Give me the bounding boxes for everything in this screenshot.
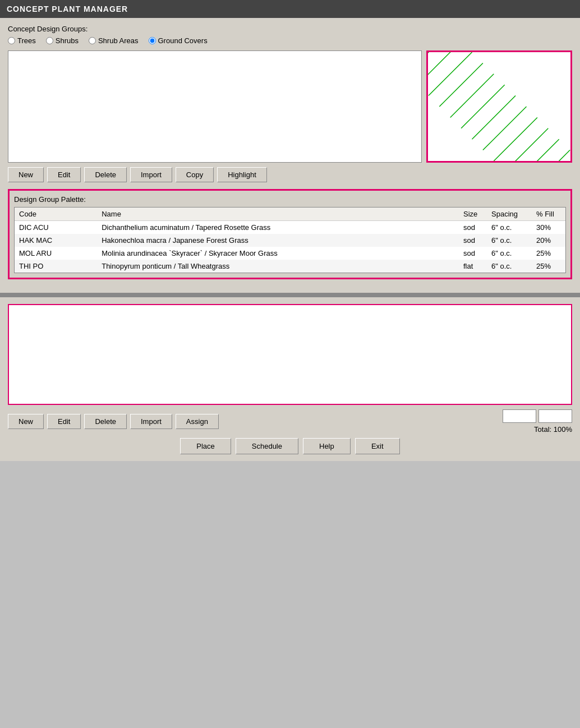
assign-button[interactable]: Assign xyxy=(176,414,219,429)
cell-name: Hakonechloa macra / Japanese Forest Gras… xyxy=(97,234,459,247)
total-inputs xyxy=(503,409,572,423)
palette-label: Design Group Palette: xyxy=(14,195,566,204)
edit-button[interactable]: Edit xyxy=(47,167,81,182)
radio-trees-input[interactable] xyxy=(8,37,15,44)
cell-spacing: 6" o.c. xyxy=(487,260,532,273)
cell-code: DIC ACU xyxy=(15,221,97,234)
new-button[interactable]: New xyxy=(8,167,44,182)
cell-name: Thinopyrum ponticum / Tall Wheatgrass xyxy=(97,260,459,273)
radio-shrub-areas-label: Shrub Areas xyxy=(98,36,139,45)
title-text: CONCEPT PLANT MANAGER xyxy=(7,4,128,13)
panel-divider xyxy=(0,293,580,297)
total-label: Total: 100% xyxy=(534,425,572,434)
bottom-edit-button[interactable]: Edit xyxy=(47,414,81,429)
radio-shrubs[interactable]: Shrubs xyxy=(46,36,79,45)
bottom-panel: New Edit Delete Import Assign Total: 100… xyxy=(0,297,580,461)
top-button-row: New Edit Delete Import Copy Highlight xyxy=(8,167,572,182)
bottom-import-button[interactable]: Import xyxy=(130,414,172,429)
col-header-code: Code xyxy=(15,208,97,221)
exit-button[interactable]: Exit xyxy=(355,438,400,454)
col-header-spacing: Spacing xyxy=(487,208,532,221)
delete-button[interactable]: Delete xyxy=(84,167,127,182)
bottom-list-box[interactable] xyxy=(8,304,572,405)
plant-list-box[interactable] xyxy=(8,50,422,163)
highlight-button[interactable]: Highlight xyxy=(217,167,267,182)
cell-fill: 30% xyxy=(532,221,565,234)
table-row: MOL ARU Molinia arundinacea `Skyracer` /… xyxy=(15,247,565,260)
schedule-button[interactable]: Schedule xyxy=(236,438,298,454)
cell-size: sod xyxy=(459,221,487,234)
cell-size: sod xyxy=(459,234,487,247)
bottom-delete-button[interactable]: Delete xyxy=(84,414,127,429)
total-area: Total: 100% xyxy=(503,409,572,434)
radio-trees[interactable]: Trees xyxy=(8,36,36,45)
palette-table-wrap: Code Name Size Spacing % Fill DIC ACU Di… xyxy=(14,207,566,273)
title-bar: CONCEPT PLANT MANAGER xyxy=(0,0,580,18)
main-panel: Concept Design Groups: Trees Shrubs Shru… xyxy=(0,18,580,293)
total-input-2[interactable] xyxy=(538,409,572,423)
radio-shrub-areas[interactable]: Shrub Areas xyxy=(89,36,139,45)
cell-spacing: 6" o.c. xyxy=(487,247,532,260)
top-area xyxy=(8,50,572,163)
pattern-preview xyxy=(426,50,572,163)
cell-fill: 25% xyxy=(532,260,565,273)
col-header-name: Name xyxy=(97,208,459,221)
col-header-fill: % Fill xyxy=(532,208,565,221)
palette-table: Code Name Size Spacing % Fill DIC ACU Di… xyxy=(15,208,565,273)
cell-fill: 20% xyxy=(532,234,565,247)
cell-size: flat xyxy=(459,260,487,273)
radio-ground-covers-label: Ground Covers xyxy=(158,36,208,45)
radio-ground-covers-input[interactable] xyxy=(149,37,156,44)
table-row: HAK MAC Hakonechloa macra / Japanese For… xyxy=(15,234,565,247)
radio-shrubs-input[interactable] xyxy=(46,37,53,44)
cell-spacing: 6" o.c. xyxy=(487,234,532,247)
cell-code: MOL ARU xyxy=(15,247,97,260)
bottom-new-button[interactable]: New xyxy=(8,414,44,429)
cell-name: Molinia arundinacea `Skyracer` / Skyrace… xyxy=(97,247,459,260)
bottom-button-row: New Edit Delete Import Assign Total: 100… xyxy=(8,409,572,434)
cell-name: Dichanthelium acuminatum / Tapered Roset… xyxy=(97,221,459,234)
radio-ground-covers[interactable]: Ground Covers xyxy=(149,36,208,45)
table-row: DIC ACU Dichanthelium acuminatum / Taper… xyxy=(15,221,565,234)
import-button[interactable]: Import xyxy=(130,167,172,182)
radio-shrubs-label: Shrubs xyxy=(56,36,79,45)
radio-trees-label: Trees xyxy=(17,36,36,45)
col-header-size: Size xyxy=(459,208,487,221)
cell-code: THI PO xyxy=(15,260,97,273)
total-input-1[interactable] xyxy=(503,409,536,423)
radio-group: Trees Shrubs Shrub Areas Ground Covers xyxy=(8,36,572,45)
footer-button-row: Place Schedule Help Exit xyxy=(8,438,572,454)
table-row: THI PO Thinopyrum ponticum / Tall Wheatg… xyxy=(15,260,565,273)
radio-shrub-areas-input[interactable] xyxy=(89,37,96,44)
help-button[interactable]: Help xyxy=(303,438,351,454)
palette-section: Design Group Palette: Code Name Size Spa… xyxy=(8,189,572,279)
copy-button[interactable]: Copy xyxy=(176,167,214,182)
cell-size: sod xyxy=(459,247,487,260)
cell-fill: 25% xyxy=(532,247,565,260)
cell-code: HAK MAC xyxy=(15,234,97,247)
cell-spacing: 6" o.c. xyxy=(487,221,532,234)
svg-rect-0 xyxy=(429,52,570,161)
place-button[interactable]: Place xyxy=(180,438,231,454)
concept-design-groups-label: Concept Design Groups: xyxy=(8,25,572,33)
